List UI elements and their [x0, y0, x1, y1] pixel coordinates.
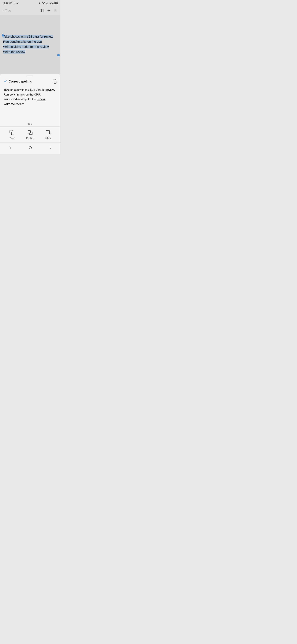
svg-point-18 [55, 12, 56, 12]
nav-right-group [40, 8, 58, 12]
svg-rect-27 [29, 146, 32, 149]
svg-point-1 [10, 3, 11, 4]
spell-title-text: Correct spelling [9, 80, 32, 83]
spell-title-group: Correct spelling [3, 79, 32, 84]
svg-point-16 [55, 9, 56, 10]
bottom-sheet: Correct spelling ! Take photos with the … [0, 74, 60, 154]
sheet-handle [0, 74, 60, 78]
svg-rect-20 [28, 130, 30, 133]
text-line-2: Run benchmarks on the cpu [3, 39, 57, 44]
signal-icon [46, 2, 48, 4]
page-dot-inactive [31, 124, 32, 125]
corrected-span-1b: review. [46, 88, 55, 91]
corrected-line-3: Write a video script for the review. [4, 97, 57, 102]
svg-rect-11 [55, 2, 57, 4]
corrected-content: Take photos with the S24 Ultra for revie… [0, 86, 60, 110]
battery-icon [54, 2, 58, 4]
corrected-line-2: Run benchmarks on the CPU. [4, 92, 57, 97]
svg-point-2 [14, 3, 14, 4]
svg-rect-21 [46, 130, 49, 134]
selection-handle-right [57, 54, 60, 56]
battery-text: 62% [49, 2, 53, 4]
corrected-span-3: review. [37, 98, 45, 101]
photo-icon [9, 2, 12, 4]
add-to-button[interactable]: Add to [39, 129, 57, 139]
gear-icon [13, 2, 15, 4]
add-icon[interactable] [47, 8, 51, 12]
book-icon[interactable] [40, 8, 44, 12]
status-bar: 17:28 62% [0, 0, 60, 6]
corrected-line-1: Take photos with the S24 Ultra for revie… [4, 88, 57, 92]
nav-left-group: ‹ Title [2, 8, 11, 12]
time-display: 17:28 [2, 2, 8, 4]
text-line-3: Write a video script for the review [3, 44, 57, 50]
key-icon [38, 2, 41, 4]
svg-point-17 [55, 10, 56, 11]
v-icon [16, 2, 19, 4]
svg-rect-5 [46, 4, 46, 4]
nav-home-button[interactable] [25, 144, 35, 151]
back-button[interactable]: ‹ [2, 8, 3, 12]
page-dot-active [28, 124, 29, 125]
sheet-handle-bar [27, 76, 33, 76]
svg-rect-8 [48, 2, 48, 4]
copy-button[interactable]: Copy [3, 129, 21, 139]
more-icon[interactable] [54, 8, 58, 12]
svg-point-4 [43, 4, 44, 4]
add-to-label: Add to [45, 137, 51, 139]
status-right-icons: 62% [38, 2, 58, 4]
wifi-icon [42, 2, 45, 4]
nav-back-button[interactable] [45, 144, 55, 151]
system-nav [0, 142, 60, 154]
content-area[interactable]: Take photos with s24 ultra for review Ru… [0, 15, 60, 74]
svg-rect-7 [47, 2, 47, 4]
corrected-span-1a: the S24 Ultra [25, 88, 41, 91]
page-title: Title [5, 8, 11, 12]
nav-bar: ‹ Title [0, 6, 60, 15]
add-to-icon [45, 129, 52, 136]
spell-header: Correct spelling ! [0, 78, 60, 86]
text-block: Take photos with s24 ultra for review Ru… [3, 34, 57, 54]
pagination [0, 122, 60, 126]
sparkle-icon [3, 79, 7, 84]
svg-rect-10 [57, 3, 58, 4]
status-time: 17:28 [2, 2, 19, 4]
replace-label: Replace [26, 137, 34, 139]
replace-icon [27, 129, 33, 136]
copy-icon [9, 129, 15, 136]
corrected-span-4: review. [16, 102, 24, 106]
status-left-icons [9, 2, 19, 4]
svg-point-3 [39, 3, 40, 4]
nav-recent-button[interactable] [5, 144, 15, 151]
replace-button[interactable]: Replace [21, 129, 39, 139]
svg-rect-6 [46, 3, 47, 4]
corrected-line-4: Write the review. [4, 102, 57, 106]
action-buttons: Copy Replace Ad [0, 126, 60, 142]
corrected-span-2: CPU. [34, 93, 41, 96]
info-button[interactable]: ! [53, 79, 57, 84]
copy-label: Copy [9, 137, 15, 139]
sheet-spacer [0, 110, 60, 122]
svg-rect-19 [11, 132, 14, 135]
text-line-4: Write the review [3, 50, 57, 54]
text-line-1: Take photos with s24 ultra for review [3, 34, 57, 39]
